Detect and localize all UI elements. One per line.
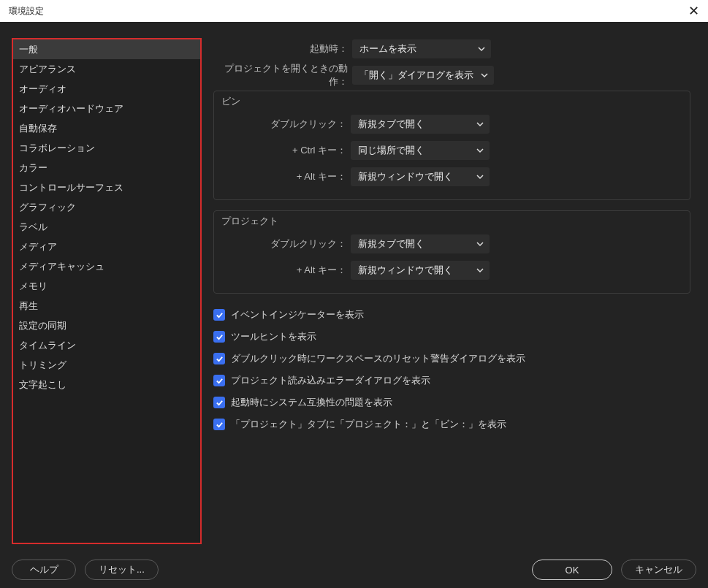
check-compat[interactable] [213, 397, 225, 408]
check-compat-row: 起動時にシステム互換性の問題を表示 [213, 392, 690, 413]
project-alt-dropdown[interactable]: 新規ウィンドウで開く [351, 261, 490, 280]
project-alt-value: 新規ウィンドウで開く [358, 264, 453, 277]
sidebar-item-timeline[interactable]: タイムライン [13, 335, 200, 355]
titlebar: 環境設定 ✕ [0, 0, 708, 22]
sidebar-item-playback[interactable]: 再生 [13, 296, 200, 316]
check-project-tab-row: 「プロジェクト」タブに「プロジェクト：」と「ビン：」を表示 [213, 413, 690, 435]
project-dblclick-label: ダブルクリック： [223, 237, 351, 251]
dialog-body: 一般 アピアランス オーディオ オーディオハードウェア 自動保存 コラボレーショ… [0, 22, 708, 551]
check-compat-label: 起動時にシステム互換性の問題を表示 [231, 396, 392, 409]
bin-ctrl-dropdown[interactable]: 同じ場所で開く [351, 141, 490, 160]
check-event-indicator[interactable] [213, 309, 225, 321]
chevron-down-icon [476, 267, 484, 274]
sidebar-item-appearance[interactable]: アピアランス [13, 59, 200, 79]
chevron-down-icon [481, 72, 488, 79]
sidebar-item-label[interactable]: ラベル [13, 217, 200, 237]
check-load-error-row: プロジェクト読み込みエラーダイアログを表示 [213, 370, 690, 392]
bin-dblclick-value: 新規タブで開く [358, 118, 425, 131]
open-project-value: 「開く」ダイアログを表示 [359, 69, 473, 82]
sidebar-item-graphics[interactable]: グラフィック [13, 197, 200, 217]
bin-dblclick-label: ダブルクリック： [223, 118, 351, 131]
startup-row: 起動時： ホームを表示 [213, 38, 690, 60]
project-dblclick-value: 新規タブで開く [358, 237, 425, 251]
startup-value: ホームを表示 [359, 42, 416, 56]
check-tooltips[interactable] [213, 331, 225, 343]
bin-alt-dropdown[interactable]: 新規ウィンドウで開く [351, 167, 490, 186]
bin-ctrl-value: 同じ場所で開く [358, 144, 425, 157]
chevron-down-icon [476, 147, 484, 154]
project-fieldset: プロジェクト ダブルクリック： 新規タブで開く + Alt キー： 新規ウィンド… [213, 210, 690, 294]
startup-label: 起動時： [213, 42, 352, 56]
help-button[interactable]: ヘルプ [12, 560, 76, 580]
sidebar-item-color[interactable]: カラー [13, 158, 200, 177]
check-workspace-reset-row: ダブルクリック時にワークスペースのリセット警告ダイアログを表示 [213, 348, 690, 370]
bin-dblclick-dropdown[interactable]: 新規タブで開く [351, 115, 490, 134]
sidebar-item-general[interactable]: 一般 [13, 39, 200, 59]
bin-alt-label: + Alt キー： [223, 170, 351, 183]
sidebar-item-autosave[interactable]: 自動保存 [13, 118, 200, 138]
bin-ctrl-label: + Ctrl キー： [223, 144, 351, 157]
open-project-dropdown[interactable]: 「開く」ダイアログを表示 [352, 66, 494, 85]
bin-legend: ビン [221, 95, 240, 108]
check-load-error-label: プロジェクト読み込みエラーダイアログを表示 [231, 374, 430, 387]
bin-alt-value: 新規ウィンドウで開く [358, 170, 453, 183]
chevron-down-icon [476, 240, 484, 248]
chevron-down-icon [476, 173, 484, 180]
sidebar-item-audio-hardware[interactable]: オーディオハードウェア [13, 99, 200, 118]
reset-button[interactable]: リセット... [85, 560, 159, 580]
sidebar-item-control-surface[interactable]: コントロールサーフェス [13, 177, 200, 197]
check-event-indicator-row: イベントインジケーターを表示 [213, 304, 690, 326]
check-project-tab-label: 「プロジェクト」タブに「プロジェクト：」と「ビン：」を表示 [231, 418, 506, 431]
check-workspace-reset-label: ダブルクリック時にワークスペースのリセット警告ダイアログを表示 [231, 352, 525, 365]
category-sidebar: 一般 アピアランス オーディオ オーディオハードウェア 自動保存 コラボレーショ… [12, 38, 202, 544]
footer: ヘルプ リセット... OK キャンセル [0, 551, 708, 588]
project-legend: プロジェクト [221, 215, 278, 228]
chevron-down-icon [476, 121, 484, 128]
sidebar-item-media-cache[interactable]: メディアキャッシュ [13, 256, 200, 276]
sidebar-item-audio[interactable]: オーディオ [13, 79, 200, 99]
settings-panel: 起動時： ホームを表示 プロジェクトを開くときの動作： 「開く」ダイアログを表示… [213, 38, 696, 544]
sidebar-item-media[interactable]: メディア [13, 237, 200, 256]
sidebar-item-transcription[interactable]: 文字起こし [13, 375, 200, 394]
check-event-indicator-label: イベントインジケーターを表示 [231, 308, 364, 321]
check-tooltips-row: ツールヒントを表示 [213, 326, 690, 348]
cancel-button[interactable]: キャンセル [621, 560, 696, 580]
ok-button[interactable]: OK [532, 560, 612, 580]
close-icon[interactable]: ✕ [688, 3, 699, 19]
check-workspace-reset[interactable] [213, 353, 225, 364]
startup-dropdown[interactable]: ホームを表示 [352, 39, 491, 58]
sidebar-item-collaboration[interactable]: コラボレーション [13, 138, 200, 158]
sidebar-item-memory[interactable]: メモリ [13, 276, 200, 296]
check-project-tab[interactable] [213, 419, 225, 430]
sidebar-item-trimming[interactable]: トリミング [13, 355, 200, 375]
window-title: 環境設定 [9, 5, 44, 18]
chevron-down-icon [478, 45, 485, 53]
check-tooltips-label: ツールヒントを表示 [231, 330, 316, 343]
open-project-row: プロジェクトを開くときの動作： 「開く」ダイアログを表示 [213, 64, 690, 86]
open-project-label: プロジェクトを開くときの動作： [213, 62, 352, 88]
check-load-error[interactable] [213, 375, 225, 386]
bin-fieldset: ビン ダブルクリック： 新規タブで開く + Ctrl キー： 同じ場所で開く +… [213, 91, 690, 200]
project-dblclick-dropdown[interactable]: 新規タブで開く [351, 234, 490, 253]
sidebar-item-sync-settings[interactable]: 設定の同期 [13, 316, 200, 335]
project-alt-label: + Alt キー： [223, 264, 351, 277]
